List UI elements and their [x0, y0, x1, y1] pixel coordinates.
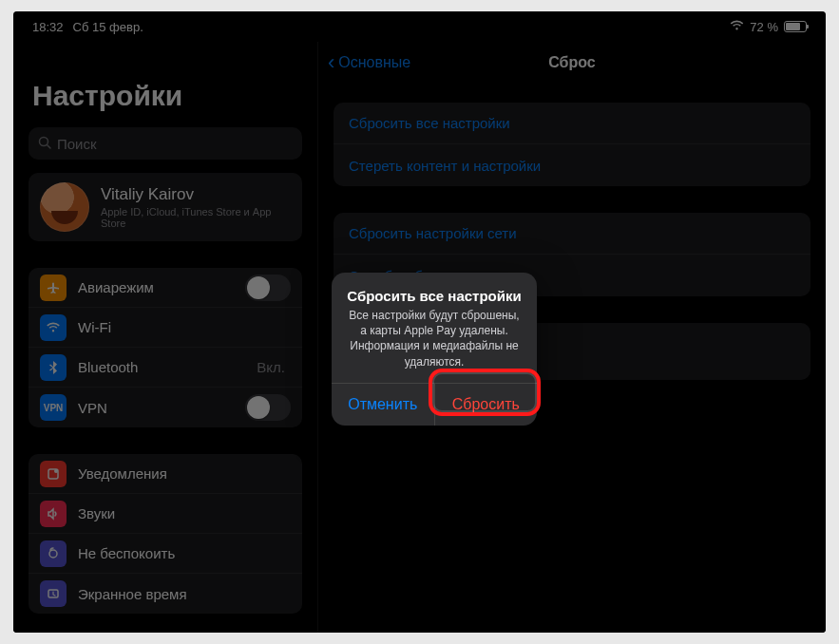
sidebar-item-vpn[interactable]: VPN VPN	[29, 388, 302, 427]
sidebar-item-dnd[interactable]: Не беспокоить	[29, 534, 302, 574]
detail-header: ‹ Основные Сброс	[318, 42, 826, 84]
wifi-status-icon	[730, 20, 744, 34]
settings-sidebar: Настройки Поиск Vitaliy Kairov Apple ID,…	[13, 42, 317, 633]
airplane-toggle[interactable]	[245, 275, 291, 301]
svg-line-1	[48, 144, 51, 148]
notifications-icon	[40, 461, 67, 487]
page-title: Настройки	[13, 42, 317, 122]
confirm-reset-button[interactable]: Сбросить	[435, 384, 538, 426]
alert-message: Все настройки будут сброшены, а карты Ap…	[345, 308, 524, 369]
sidebar-item-screentime[interactable]: Экранное время	[29, 574, 302, 614]
status-time: 18:32	[32, 20, 64, 34]
reset-all-settings-row[interactable]: Сбросить все настройки	[334, 103, 810, 144]
dnd-icon	[40, 540, 67, 567]
reset-network-row[interactable]: Сбросить настройки сети	[334, 213, 810, 255]
erase-content-row[interactable]: Стереть контент и настройки	[334, 144, 810, 186]
screentime-icon	[40, 580, 67, 607]
wifi-icon	[40, 314, 67, 341]
vpn-toggle[interactable]	[245, 394, 291, 421]
sidebar-item-account[interactable]: Vitaliy Kairov Apple ID, iCloud, iTunes …	[29, 173, 302, 241]
back-button[interactable]: ‹ Основные	[328, 52, 410, 73]
account-sub: Apple ID, iCloud, iTunes Store и App Sto…	[101, 206, 291, 229]
detail-title: Сброс	[548, 54, 595, 71]
sidebar-group-alerts: Уведомления Звуки Не беспокоить Экранное…	[29, 454, 302, 614]
battery-icon	[784, 21, 807, 32]
status-bar: 18:32 Сб 15 февр. 72 %	[13, 11, 826, 42]
search-placeholder: Поиск	[57, 136, 97, 152]
vpn-icon: VPN	[40, 394, 67, 421]
svg-point-3	[54, 469, 58, 473]
search-input[interactable]: Поиск	[29, 127, 302, 160]
cancel-button[interactable]: Отменить	[332, 384, 435, 426]
avatar	[40, 182, 89, 232]
search-icon	[38, 136, 51, 152]
reset-group-1: Сбросить все настройки Стереть контент и…	[334, 103, 810, 186]
account-name: Vitaliy Kairov	[101, 185, 291, 204]
sidebar-item-notifications[interactable]: Уведомления	[29, 454, 302, 494]
sounds-icon	[40, 501, 67, 527]
sidebar-item-airplane[interactable]: Авиарежим	[29, 268, 302, 308]
sidebar-item-bluetooth[interactable]: Bluetooth Вкл.	[29, 348, 302, 388]
alert-title: Сбросить все настройки	[345, 288, 524, 304]
sidebar-item-wifi[interactable]: Wi-Fi	[29, 308, 302, 348]
status-date: Сб 15 февр.	[73, 20, 143, 34]
airplane-icon	[40, 275, 67, 301]
bluetooth-icon	[40, 354, 67, 381]
bluetooth-value: Вкл.	[257, 359, 285, 375]
confirm-reset-alert: Сбросить все настройки Все настройки буд…	[332, 273, 537, 426]
chevron-left-icon: ‹	[328, 52, 334, 73]
sidebar-item-sounds[interactable]: Звуки	[29, 494, 302, 534]
sidebar-group-connectivity: Авиарежим Wi-Fi Bluetooth Вкл. VPN VPN	[29, 268, 302, 427]
battery-percentage: 72 %	[750, 20, 778, 34]
